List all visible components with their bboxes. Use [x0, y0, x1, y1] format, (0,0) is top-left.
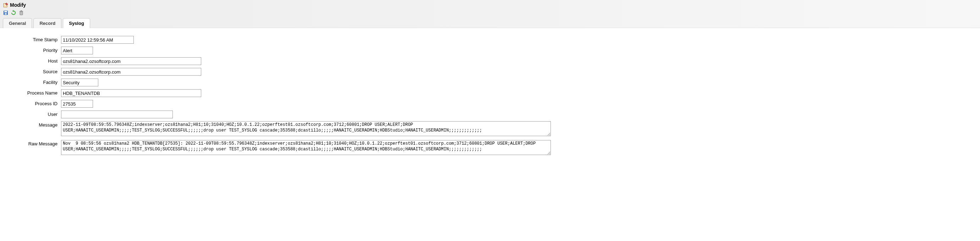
field-source: Source [6, 68, 974, 76]
input-facility[interactable] [61, 78, 98, 86]
label-priority: Priority [6, 46, 61, 53]
label-source: Source [6, 68, 61, 74]
save-icon[interactable] [3, 10, 8, 16]
svg-rect-6 [21, 10, 22, 11]
field-raw-message: Raw Message [6, 140, 974, 156]
label-user: User [6, 110, 61, 117]
textarea-raw-message[interactable] [61, 140, 551, 155]
textarea-message[interactable] [61, 121, 551, 136]
input-time-stamp[interactable] [61, 36, 134, 44]
delete-icon[interactable] [19, 10, 24, 16]
tab-record[interactable]: Record [33, 18, 61, 28]
label-raw-message: Raw Message [6, 140, 61, 147]
input-process-id[interactable] [61, 100, 93, 108]
tabs: General Record Syslog [3, 18, 977, 28]
label-process-name: Process Name [6, 89, 61, 96]
label-facility: Facility [6, 78, 61, 85]
field-process-id: Process ID [6, 100, 974, 108]
field-message: Message [6, 121, 974, 137]
toolbar [3, 8, 977, 18]
svg-rect-4 [20, 12, 23, 15]
svg-rect-3 [5, 13, 7, 14]
refresh-icon[interactable] [11, 10, 16, 16]
svg-rect-2 [4, 11, 7, 13]
input-user[interactable] [61, 110, 173, 118]
page-header: Modify General Record Syslog [0, 0, 980, 28]
title-row: Modify [3, 2, 977, 8]
form-content: Time Stamp Priority Host Source Facility… [0, 28, 980, 164]
page-title: Modify [10, 2, 26, 8]
svg-rect-5 [19, 11, 23, 12]
input-priority[interactable] [61, 46, 93, 54]
input-host[interactable] [61, 57, 201, 65]
field-priority: Priority [6, 46, 974, 54]
tab-general[interactable]: General [3, 18, 32, 28]
field-time-stamp: Time Stamp [6, 36, 974, 44]
label-time-stamp: Time Stamp [6, 36, 61, 42]
field-host: Host [6, 57, 974, 65]
modify-icon [3, 2, 8, 8]
field-user: User [6, 110, 974, 118]
label-message: Message [6, 121, 61, 128]
field-facility: Facility [6, 78, 974, 86]
field-process-name: Process Name [6, 89, 974, 97]
tab-syslog[interactable]: Syslog [63, 18, 90, 28]
input-process-name[interactable] [61, 89, 201, 97]
label-host: Host [6, 57, 61, 64]
label-process-id: Process ID [6, 100, 61, 106]
input-source[interactable] [61, 68, 201, 76]
